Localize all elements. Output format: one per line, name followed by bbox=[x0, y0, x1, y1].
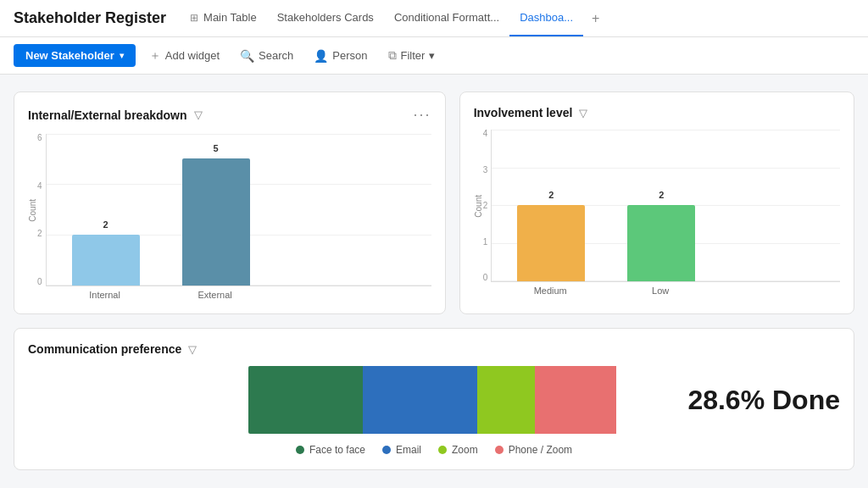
tab-main-table[interactable]: ⊞ Main Table bbox=[180, 0, 267, 36]
involvement-bar-low-rect bbox=[627, 205, 695, 281]
done-text: 28.6% Done bbox=[687, 385, 840, 416]
involvement-title-row: Involvement level ▽ bbox=[474, 106, 588, 119]
involvement-chart-header: Involvement level ▽ bbox=[474, 106, 840, 119]
comm-chart-title: Communication preference bbox=[28, 342, 181, 356]
search-label: Search bbox=[259, 49, 293, 62]
segment-email bbox=[363, 366, 477, 434]
filter-icon: ⧉ bbox=[388, 48, 397, 63]
involvement-plot: 2 2 Medium Low bbox=[491, 130, 840, 296]
breakdown-y-ticks: 0 2 4 6 bbox=[37, 134, 46, 286]
comm-filter-icon[interactable]: ▽ bbox=[188, 343, 197, 356]
involvement-chart-title: Involvement level bbox=[474, 106, 573, 119]
involvement-bar-low-value: 2 bbox=[659, 190, 664, 200]
legend-zoom: Zoom bbox=[438, 444, 478, 456]
tab-add-icon: + bbox=[592, 11, 599, 26]
tab-conditional-format-label: Conditional Formatt... bbox=[394, 11, 499, 24]
table-icon: ⊞ bbox=[190, 12, 198, 24]
involvement-bar-low: 2 bbox=[627, 190, 695, 281]
filter-label: Filter bbox=[401, 49, 426, 62]
done-text-container: 28.6% Done bbox=[674, 385, 840, 416]
legend-dot-email bbox=[382, 446, 391, 454]
breakdown-bar-internal: 2 bbox=[72, 219, 140, 286]
legend-face-to-face: Face to face bbox=[296, 444, 365, 456]
dashboard-row-1: Internal/External breakdown ▽ ··· Count … bbox=[14, 92, 854, 314]
involvement-x-labels: Medium Low bbox=[491, 282, 840, 296]
involvement-bars-area: 2 2 bbox=[491, 130, 840, 282]
new-stakeholder-button[interactable]: New Stakeholder ▾ bbox=[14, 44, 136, 67]
involvement-bar-medium: 2 bbox=[517, 190, 585, 281]
segment-phone-zoom bbox=[535, 366, 616, 434]
tab-dashboard[interactable]: Dashboa... bbox=[509, 0, 583, 36]
involvement-bar-medium-value: 2 bbox=[548, 190, 554, 200]
search-button[interactable]: 🔍 Search bbox=[233, 45, 300, 67]
segment-zoom bbox=[477, 366, 535, 434]
breakdown-chart-title: Internal/External breakdown bbox=[28, 108, 187, 122]
legend-dot-zoom bbox=[438, 446, 447, 454]
app-title: Stakeholder Register bbox=[14, 9, 166, 27]
breakdown-y-label: Count bbox=[28, 199, 37, 222]
breakdown-bar-internal-value: 2 bbox=[103, 219, 108, 230]
toolbar: New Stakeholder ▾ ＋ Add widget 🔍 Search … bbox=[0, 37, 868, 75]
breakdown-title-row: Internal/External breakdown ▽ bbox=[28, 108, 203, 122]
involvement-filter-icon[interactable]: ▽ bbox=[579, 107, 587, 119]
breakdown-chart-body: Count 0 2 4 6 bbox=[28, 134, 431, 300]
plus-icon: ＋ bbox=[149, 48, 161, 64]
add-widget-button[interactable]: ＋ Add widget bbox=[142, 44, 226, 68]
nav-tabs: ⊞ Main Table Stakeholders Cards Conditio… bbox=[180, 0, 608, 36]
involvement-bar-medium-rect bbox=[517, 205, 585, 281]
tab-main-table-label: Main Table bbox=[203, 11, 257, 24]
breakdown-more-button[interactable]: ··· bbox=[414, 106, 431, 124]
filter-chevron-icon: ▾ bbox=[429, 49, 435, 62]
tab-stakeholders-cards-label: Stakeholders Cards bbox=[277, 11, 374, 24]
comm-chart-card: Communication preference ▽ 28.6% Done Fa… bbox=[14, 328, 854, 470]
legend-label-phone-zoom: Phone / Zoom bbox=[509, 444, 572, 456]
legend-dot-phone-zoom bbox=[495, 446, 504, 454]
breakdown-bar-external-value: 5 bbox=[214, 143, 219, 153]
filter-button[interactable]: ⧉ Filter ▾ bbox=[381, 44, 442, 67]
involvement-chart-card: Involvement level ▽ Count 0 1 2 3 4 bbox=[459, 92, 854, 314]
involvement-y-ticks: 0 1 2 3 4 bbox=[483, 130, 492, 282]
legend-label-zoom: Zoom bbox=[452, 444, 478, 456]
breakdown-label-external: External bbox=[181, 290, 249, 300]
legend-phone-zoom: Phone / Zoom bbox=[495, 444, 572, 456]
breakdown-x-labels: Internal External bbox=[46, 286, 431, 300]
legend-label-face-to-face: Face to face bbox=[309, 444, 365, 456]
tab-conditional-format[interactable]: Conditional Formatt... bbox=[384, 0, 509, 36]
legend-label-email: Email bbox=[396, 444, 421, 456]
breakdown-bar-internal-rect bbox=[72, 235, 140, 286]
breakdown-chart-card: Internal/External breakdown ▽ ··· Count … bbox=[14, 92, 446, 314]
segment-face-to-face bbox=[248, 366, 363, 434]
comm-stacked-bar bbox=[248, 366, 657, 434]
main-content: Internal/External breakdown ▽ ··· Count … bbox=[0, 75, 868, 487]
tab-dashboard-label: Dashboa... bbox=[520, 11, 573, 24]
person-label: Person bbox=[332, 49, 367, 62]
involvement-label-low: Low bbox=[626, 286, 694, 296]
comm-stacked-bar-container: 28.6% Done bbox=[28, 366, 840, 434]
new-stakeholder-label: New Stakeholder bbox=[25, 49, 114, 62]
tab-stakeholders-cards[interactable]: Stakeholders Cards bbox=[267, 0, 384, 36]
comm-chart-header: Communication preference ▽ bbox=[28, 342, 840, 356]
legend-dot-face-to-face bbox=[296, 446, 304, 454]
breakdown-bar-external: 5 bbox=[182, 143, 250, 286]
breakdown-bars-area: 2 5 bbox=[46, 134, 431, 286]
app-header: Stakeholder Register ⊞ Main Table Stakeh… bbox=[0, 0, 868, 37]
comm-legend: Face to face Email Zoom Phone / Zoom bbox=[28, 444, 840, 456]
add-widget-label: Add widget bbox=[165, 49, 220, 62]
chevron-down-icon: ▾ bbox=[120, 51, 124, 60]
breakdown-plot: 2 5 Internal External bbox=[46, 134, 431, 300]
involvement-y-label: Count bbox=[474, 195, 483, 218]
person-button[interactable]: 👤 Person bbox=[307, 45, 374, 67]
person-icon: 👤 bbox=[314, 49, 328, 63]
breakdown-filter-icon[interactable]: ▽ bbox=[194, 108, 203, 121]
breakdown-label-internal: Internal bbox=[71, 290, 139, 300]
breakdown-chart-header: Internal/External breakdown ▽ ··· bbox=[28, 106, 431, 124]
involvement-label-medium: Medium bbox=[516, 286, 584, 296]
comm-title-row: Communication preference ▽ bbox=[28, 342, 197, 356]
involvement-chart-body: Count 0 1 2 3 4 bbox=[474, 130, 840, 296]
search-icon: 🔍 bbox=[240, 49, 254, 63]
breakdown-bar-external-rect bbox=[182, 158, 250, 286]
legend-email: Email bbox=[382, 444, 421, 456]
tab-add-button[interactable]: + bbox=[583, 0, 608, 36]
